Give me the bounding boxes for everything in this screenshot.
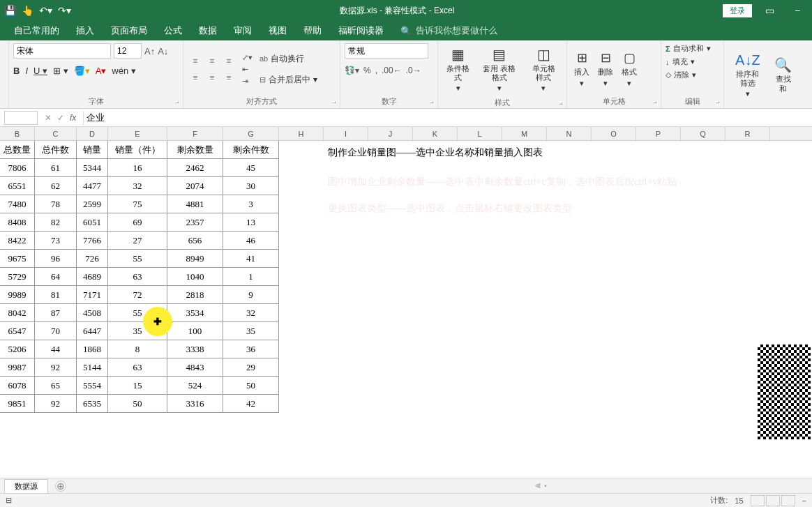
- indent-decrease-icon[interactable]: ⇤: [242, 65, 253, 74]
- col-header-M[interactable]: M: [502, 127, 547, 140]
- data-cell[interactable]: 2074: [167, 177, 223, 195]
- data-cell[interactable]: 35: [223, 322, 279, 340]
- col-header-H[interactable]: H: [279, 127, 324, 140]
- header-cell[interactable]: 销量（件）: [108, 141, 167, 159]
- header-cell[interactable]: 总件数: [35, 141, 77, 159]
- data-cell[interactable]: 1: [223, 268, 279, 286]
- font-size-input[interactable]: [114, 43, 142, 59]
- data-cell[interactable]: 50: [223, 377, 279, 395]
- data-cell[interactable]: 1868: [77, 340, 108, 358]
- data-cell[interactable]: 27: [108, 232, 167, 250]
- data-cell[interactable]: 5206: [0, 340, 35, 358]
- col-header-K[interactable]: K: [413, 127, 458, 140]
- data-cell[interactable]: 7171: [77, 286, 108, 304]
- cell-styles-button[interactable]: ◫单元格样式▾: [525, 43, 562, 96]
- fill-button[interactable]: ↓填充 ▾: [666, 56, 719, 67]
- data-cell[interactable]: 73: [35, 232, 77, 250]
- col-header-G[interactable]: G: [223, 127, 279, 140]
- data-cell[interactable]: 50: [108, 395, 167, 413]
- align-right-icon[interactable]: ≡: [221, 70, 236, 85]
- phonetic-button[interactable]: wén ▾: [112, 66, 135, 76]
- data-cell[interactable]: 16: [108, 159, 167, 177]
- data-cell[interactable]: 55: [108, 250, 167, 268]
- data-cell[interactable]: 5344: [77, 159, 108, 177]
- merge-center-button[interactable]: ⊟合并后居中 ▾: [260, 70, 317, 89]
- clear-button[interactable]: ◇清除 ▾: [666, 70, 719, 80]
- col-header-I[interactable]: I: [324, 127, 368, 140]
- data-cell[interactable]: 9989: [0, 286, 35, 304]
- data-cell[interactable]: 6535: [77, 395, 108, 413]
- data-cell[interactable]: 8042: [0, 304, 35, 322]
- data-cell[interactable]: 72: [108, 286, 167, 304]
- tab-layout[interactable]: 页面布局: [111, 24, 147, 37]
- tab-view[interactable]: 视图: [269, 24, 287, 37]
- col-header-B[interactable]: B: [0, 127, 35, 140]
- tab-data[interactable]: 数据: [199, 24, 217, 37]
- increase-font-icon[interactable]: A↑: [144, 46, 155, 56]
- decrease-font-icon[interactable]: A↓: [158, 46, 168, 56]
- data-cell[interactable]: 62: [35, 177, 77, 195]
- data-cell[interactable]: 64: [35, 268, 77, 286]
- data-cell[interactable]: 3338: [167, 340, 223, 358]
- data-cell[interactable]: 65: [35, 377, 77, 395]
- border-button[interactable]: ⊞ ▾: [53, 66, 68, 76]
- conditional-format-button[interactable]: ▦条件格式▾: [442, 43, 474, 96]
- data-cell[interactable]: 4477: [77, 177, 108, 195]
- autosum-button[interactable]: Σ自动求和 ▾: [666, 43, 719, 54]
- data-cell[interactable]: 6447: [77, 322, 108, 340]
- data-cell[interactable]: 4881: [167, 195, 223, 213]
- find-select-button[interactable]: 🔍查找和: [770, 54, 797, 96]
- data-cell[interactable]: 45: [223, 159, 279, 177]
- italic-button[interactable]: I: [25, 66, 28, 76]
- fill-color-button[interactable]: 🪣▾: [74, 66, 90, 76]
- col-header-J[interactable]: J: [368, 127, 413, 140]
- undo-icon[interactable]: ↶▾: [39, 5, 52, 16]
- col-header-O[interactable]: O: [592, 127, 636, 140]
- data-cell[interactable]: 75: [108, 195, 167, 213]
- tab-foxit[interactable]: 福昕阅读器: [338, 24, 384, 37]
- data-cell[interactable]: 92: [35, 358, 77, 377]
- data-cell[interactable]: 6551: [0, 177, 35, 195]
- number-format-input[interactable]: [345, 43, 428, 59]
- data-cell[interactable]: 8949: [167, 250, 223, 268]
- increase-decimal-icon[interactable]: .00←: [382, 66, 402, 75]
- data-cell[interactable]: 2599: [77, 195, 108, 213]
- confirm-formula-icon[interactable]: ✓: [57, 113, 64, 123]
- decrease-decimal-icon[interactable]: .0→: [406, 66, 421, 75]
- tell-me[interactable]: 🔍 告诉我你想要做什么: [400, 24, 497, 37]
- data-cell[interactable]: 3316: [167, 395, 223, 413]
- data-cell[interactable]: 61: [35, 159, 77, 177]
- data-cell[interactable]: 70: [35, 322, 77, 340]
- data-cell[interactable]: 6051: [77, 213, 108, 232]
- view-pagebreak-icon[interactable]: [781, 495, 795, 506]
- data-cell[interactable]: 63: [108, 358, 167, 377]
- data-cell[interactable]: 92: [35, 395, 77, 413]
- data-cell[interactable]: 100: [167, 322, 223, 340]
- data-cell[interactable]: 8408: [0, 213, 35, 232]
- font-color-button[interactable]: A▾: [96, 66, 107, 76]
- data-cell[interactable]: 42: [223, 395, 279, 413]
- data-cell[interactable]: 4508: [77, 304, 108, 322]
- data-cell[interactable]: 726: [77, 250, 108, 268]
- data-cell[interactable]: 9: [223, 286, 279, 304]
- percent-icon[interactable]: %: [363, 66, 371, 75]
- login-button[interactable]: 登录: [723, 4, 752, 17]
- data-cell[interactable]: 3534: [167, 304, 223, 322]
- data-cell[interactable]: 8422: [0, 232, 35, 250]
- wrap-text-button[interactable]: ab自动换行: [260, 50, 317, 68]
- data-cell[interactable]: 78: [35, 195, 77, 213]
- data-cell[interactable]: 13: [223, 213, 279, 232]
- align-top-icon[interactable]: ≡: [188, 53, 203, 68]
- data-cell[interactable]: 656: [167, 232, 223, 250]
- zoom-out-icon[interactable]: −: [802, 497, 806, 505]
- add-sheet-button[interactable]: ⊕: [55, 480, 66, 492]
- data-cell[interactable]: 87: [35, 304, 77, 322]
- data-cell[interactable]: 7766: [77, 232, 108, 250]
- data-cell[interactable]: 41: [223, 250, 279, 268]
- data-cell[interactable]: 32: [108, 177, 167, 195]
- view-layout-icon[interactable]: [766, 495, 780, 506]
- data-cell[interactable]: 44: [35, 340, 77, 358]
- sheet-scroll[interactable]: ⫷ ◂: [534, 482, 547, 490]
- col-header-L[interactable]: L: [458, 127, 502, 140]
- data-cell[interactable]: 2462: [167, 159, 223, 177]
